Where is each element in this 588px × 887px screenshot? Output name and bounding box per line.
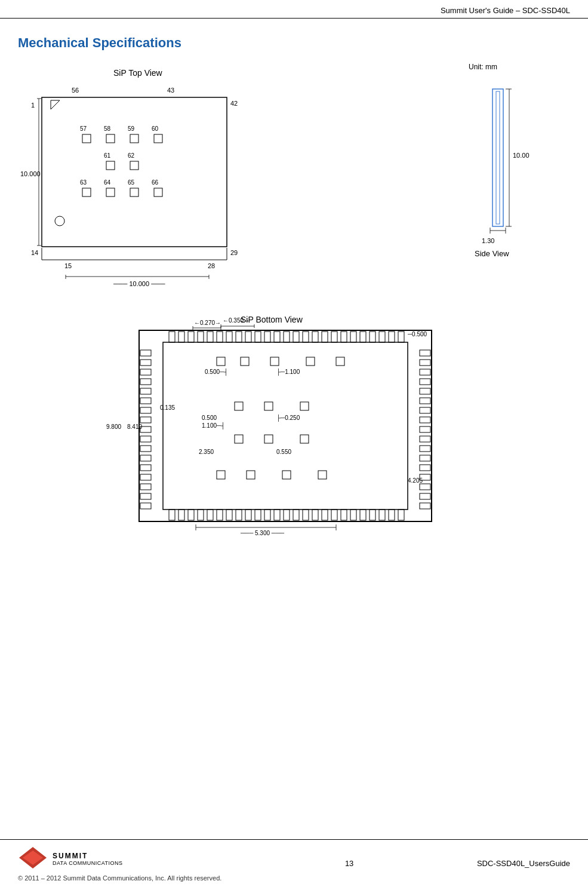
- svg-rect-77: [420, 446, 430, 452]
- svg-rect-7: [236, 332, 242, 342]
- svg-rect-54: [140, 388, 151, 394]
- svg-rect-43: [341, 510, 347, 520]
- svg-rect-67: [420, 350, 430, 356]
- svg-rect-15: [312, 332, 318, 342]
- svg-rect-68: [420, 360, 430, 366]
- svg-rect-57: [140, 417, 151, 423]
- pin-64: 64: [104, 179, 111, 186]
- footer-logo: SUMMIT DATA COMMUNICATIONS: [18, 846, 221, 873]
- inner-pad-13: [247, 471, 255, 479]
- bottom-view-container: SiP Bottom View: [18, 309, 570, 560]
- dim-0500-tr: ─0.500: [407, 331, 427, 337]
- page-footer: SUMMIT DATA COMMUNICATIONS © 2011 – 2012…: [0, 839, 588, 887]
- svg-rect-75: [420, 426, 430, 432]
- pin-29: 29: [230, 249, 238, 256]
- svg-rect-5: [217, 332, 223, 342]
- svg-rect-82: [420, 493, 430, 499]
- svg-rect-62: [140, 465, 151, 471]
- svg-rect-55: [140, 398, 151, 404]
- svg-rect-33: [245, 510, 251, 520]
- dim-1100-right: ├─1.100: [276, 368, 300, 376]
- side-view-container: Unit: mm 10.00 1.30 Side View: [451, 63, 570, 268]
- footer-page-number: 13: [221, 859, 477, 868]
- inner-pad-5: [336, 357, 344, 366]
- pad-58: [106, 134, 115, 143]
- svg-rect-40: [312, 510, 318, 520]
- sip-bottom-view-svg: SiP Bottom View: [103, 309, 485, 560]
- inner-pad-10: [264, 435, 273, 443]
- inner-pad-6: [235, 402, 243, 410]
- dim-5300: ─── 5.300 ───: [240, 530, 285, 536]
- svg-rect-25: [169, 510, 175, 520]
- footer-doc-id: SDC-SSD40L_UsersGuide: [477, 859, 570, 868]
- dim-9800: 9.800: [106, 423, 121, 430]
- svg-rect-11: [274, 332, 280, 342]
- svg-rect-6: [226, 332, 232, 342]
- svg-rect-30: [217, 510, 223, 520]
- content-area: SiP Top View 56 43 42 1 10.000: [0, 63, 588, 572]
- dim-0500-mid: 0.500: [202, 415, 217, 421]
- pad-63: [82, 188, 91, 197]
- svg-rect-51: [140, 360, 151, 366]
- svg-rect-59: [140, 436, 151, 442]
- top-diagrams: SiP Top View 56 43 42 1 10.000: [18, 63, 570, 291]
- unit-label: Unit: mm: [469, 63, 497, 71]
- svg-rect-76: [420, 436, 430, 442]
- pin-63: 63: [80, 179, 87, 186]
- pin-28: 28: [208, 262, 215, 269]
- sip-top-label: SiP Top View: [113, 68, 163, 78]
- svg-rect-3: [198, 332, 204, 342]
- side-outer-rect: [492, 89, 503, 226]
- svg-rect-23: [389, 332, 395, 342]
- inner-pad-7: [264, 402, 273, 410]
- pad-57: [82, 134, 91, 143]
- summit-logo-icon: [18, 846, 48, 873]
- svg-rect-83: [420, 503, 430, 509]
- pin-42: 42: [230, 100, 238, 107]
- pin-60: 60: [152, 125, 159, 132]
- svg-rect-1: [178, 332, 184, 342]
- svg-rect-56: [140, 407, 151, 413]
- svg-rect-53: [140, 379, 151, 385]
- pad-66: [154, 188, 162, 197]
- svg-rect-66: [140, 503, 151, 509]
- pin-58: 58: [104, 125, 111, 132]
- pin-43: 43: [167, 87, 174, 94]
- svg-rect-31: [226, 510, 232, 520]
- svg-rect-52: [140, 369, 151, 375]
- main-rect: [42, 97, 227, 247]
- pad-62: [130, 161, 138, 170]
- pin-61: 61: [104, 152, 111, 159]
- svg-rect-17: [331, 332, 337, 342]
- sip-top-view: SiP Top View 56 43 42 1 10.000: [18, 63, 269, 291]
- bottom-main-rect: [139, 330, 432, 521]
- svg-rect-44: [350, 510, 356, 520]
- pin-59: 59: [128, 125, 135, 132]
- inner-pad-4: [306, 357, 315, 366]
- bottom-pad-row: [169, 510, 404, 520]
- pin-66: 66: [152, 179, 159, 186]
- svg-rect-46: [370, 510, 375, 520]
- svg-rect-39: [303, 510, 309, 520]
- footer-copyright: © 2011 – 2012 Summit Data Communications…: [18, 874, 221, 882]
- svg-rect-32: [236, 510, 242, 520]
- pin-1: 1: [31, 102, 35, 109]
- svg-rect-63: [140, 474, 151, 480]
- svg-rect-16: [322, 332, 328, 342]
- svg-rect-9: [255, 332, 261, 342]
- svg-rect-26: [178, 510, 184, 520]
- inner-pad-3: [270, 357, 279, 366]
- pad-60: [154, 134, 162, 143]
- dim-2350: 2.350: [199, 449, 214, 455]
- inner-pad-15: [318, 471, 327, 479]
- inner-pad-2: [241, 357, 249, 366]
- inner-pad-11: [300, 435, 309, 443]
- pin-56: 56: [72, 87, 79, 94]
- svg-rect-34: [255, 510, 261, 520]
- bottom-inner-rect: [163, 342, 408, 510]
- dim-height: 10.00: [513, 152, 529, 159]
- inner-pad-14: [282, 471, 291, 479]
- svg-rect-47: [379, 510, 385, 520]
- pin-14: 14: [31, 249, 38, 256]
- svg-rect-8: [245, 332, 251, 342]
